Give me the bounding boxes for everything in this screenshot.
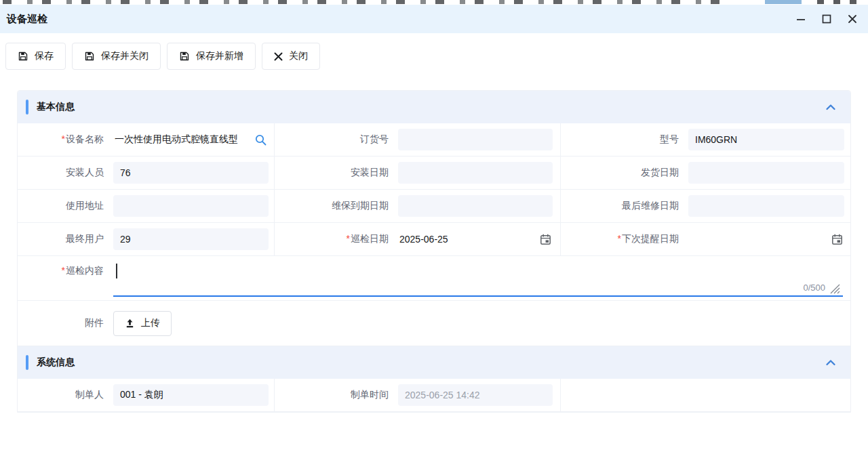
- order-no-label: 订货号: [275, 133, 389, 146]
- form-row: *设备名称 一次性使用电动式腔镜直线型 订货号 型号 IM60GRN: [18, 123, 850, 157]
- required-marker: *: [347, 233, 350, 244]
- installer-field: 76: [113, 162, 269, 184]
- minimize-button[interactable]: [795, 13, 807, 25]
- background-page-strip: [0, 0, 868, 5]
- ship-date-field: [688, 162, 844, 184]
- end-user-value: 29: [120, 234, 131, 245]
- next-reminder-field[interactable]: [688, 228, 844, 250]
- maintenance-due-label: 维保到期日期: [275, 200, 389, 212]
- required-marker: *: [618, 233, 621, 244]
- end-user-cell: 最终用户 29: [18, 223, 275, 255]
- required-marker: *: [62, 133, 65, 144]
- form-row: 最终用户 29 *巡检日期 2025-06-25 *下次提醒日期: [18, 223, 850, 256]
- maximize-icon: [822, 14, 831, 24]
- usage-address-label: 使用地址: [18, 200, 104, 212]
- creator-label: 制单人: [18, 389, 104, 401]
- focus-underline: [113, 295, 843, 297]
- inspection-date-value: 2025-06-25: [399, 234, 448, 245]
- window-controls: [795, 13, 859, 25]
- calendar-icon[interactable]: [540, 234, 551, 245]
- save-button[interactable]: 保存: [5, 43, 66, 70]
- upload-button[interactable]: 上传: [113, 311, 172, 336]
- creator-cell: 制单人 001 - 袁朗: [18, 379, 275, 411]
- section-header-basic-info: 基本信息: [18, 91, 850, 123]
- inspection-date-label: *巡检日期: [275, 233, 389, 245]
- inspection-content-textarea[interactable]: 0/500: [113, 256, 843, 300]
- save-icon: [18, 51, 28, 62]
- close-icon: [848, 14, 857, 24]
- save-icon: [84, 51, 95, 62]
- close-window-button[interactable]: [846, 13, 859, 25]
- minimize-icon: [796, 14, 806, 24]
- end-user-label: 最终用户: [18, 233, 104, 245]
- chevron-up-icon: [825, 359, 836, 366]
- device-name-value: 一次性使用电动式腔镜直线型: [115, 133, 238, 146]
- inspection-date-cell: *巡检日期 2025-06-25: [275, 223, 561, 255]
- system-info-row: 制单人 001 - 袁朗 制单时间 2025-06-25 14:42: [18, 379, 850, 412]
- text-cursor: [116, 264, 117, 278]
- model-field: IM60GRN: [688, 129, 844, 150]
- installer-label: 安装人员: [18, 167, 104, 179]
- upload-label: 上传: [141, 317, 160, 329]
- model-value: IM60GRN: [695, 134, 737, 145]
- device-name-field[interactable]: 一次性使用电动式腔镜直线型: [113, 129, 269, 150]
- model-label: 型号: [561, 133, 679, 146]
- end-user-field: 29: [113, 228, 269, 250]
- search-icon[interactable]: [254, 133, 267, 146]
- order-no-field: [398, 129, 553, 150]
- install-date-field: [398, 162, 553, 184]
- installer-value: 76: [120, 167, 131, 178]
- inspection-date-field[interactable]: 2025-06-25: [398, 228, 553, 250]
- save-and-new-button[interactable]: 保存并新增: [167, 43, 256, 70]
- close-icon: [274, 52, 283, 61]
- attachment-row: 附件 上传: [18, 301, 850, 346]
- usage-address-field: [113, 195, 269, 217]
- model-cell: 型号 IM60GRN: [561, 123, 850, 156]
- collapse-system-info-button[interactable]: [825, 359, 836, 366]
- section-title-system-info: 系统信息: [37, 356, 75, 369]
- ship-date-label: 发货日期: [561, 167, 679, 179]
- required-marker: *: [62, 265, 65, 276]
- collapse-basic-info-button[interactable]: [825, 104, 836, 110]
- save-and-new-label: 保存并新增: [196, 50, 243, 62]
- maximize-button[interactable]: [821, 13, 833, 25]
- maintenance-due-cell: 维保到期日期: [275, 190, 561, 222]
- next-reminder-cell: *下次提醒日期: [561, 223, 850, 255]
- inspection-content-row: *巡检内容 0/500: [18, 256, 850, 301]
- background-page-clipped-text: [3, 0, 728, 4]
- form-row: 使用地址 维保到期日期 最后维修日期: [18, 190, 850, 223]
- close-label: 关闭: [289, 50, 308, 62]
- maintenance-due-field: [398, 195, 553, 217]
- creator-field: 001 - 袁朗: [113, 384, 269, 406]
- section-accent-bar: [26, 100, 28, 115]
- close-button[interactable]: 关闭: [262, 43, 320, 70]
- save-and-close-label: 保存并关闭: [101, 50, 149, 62]
- last-repair-cell: 最后维修日期: [561, 190, 850, 222]
- resize-grip-icon[interactable]: [830, 284, 840, 294]
- installer-cell: 安装人员 76: [18, 157, 275, 189]
- created-time-label: 制单时间: [275, 389, 389, 401]
- usage-address-cell: 使用地址: [18, 190, 275, 222]
- modal-title: 设备巡检: [7, 13, 47, 26]
- creator-value: 001 - 袁朗: [120, 389, 163, 401]
- upload-icon: [125, 318, 135, 329]
- background-page-blue-fragment: [765, 0, 802, 4]
- save-icon: [179, 51, 190, 62]
- device-name-cell: *设备名称 一次性使用电动式腔镜直线型: [18, 123, 275, 156]
- next-reminder-label: *下次提醒日期: [561, 233, 679, 245]
- created-time-cell: 制单时间 2025-06-25 14:42: [275, 379, 561, 411]
- section-header-system-info: 系统信息: [18, 346, 850, 379]
- save-and-close-button[interactable]: 保存并关闭: [72, 43, 161, 70]
- save-label: 保存: [35, 50, 54, 62]
- attachment-label: 附件: [18, 317, 104, 329]
- last-repair-label: 最后维修日期: [561, 200, 679, 212]
- created-time-field: 2025-06-25 14:42: [398, 384, 553, 406]
- install-date-label: 安装日期: [275, 167, 389, 179]
- install-date-cell: 安装日期: [275, 157, 561, 189]
- section-accent-bar: [26, 355, 28, 370]
- form-panel: 基本信息 *设备名称 一次性使用电动式腔镜直线型 订货号 型号 IM60GRN: [17, 90, 851, 413]
- empty-cell: [561, 379, 850, 411]
- char-counter: 0/500: [803, 283, 825, 293]
- inspection-content-label: *巡检内容: [18, 256, 104, 300]
- calendar-icon[interactable]: [831, 234, 843, 245]
